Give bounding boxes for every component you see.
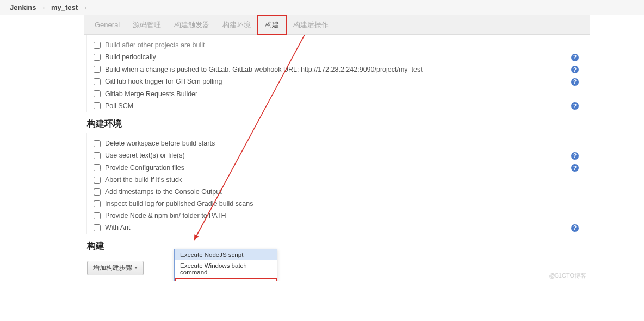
trigger-checkbox[interactable] [94,102,101,109]
env-row: Delete workspace before build starts [90,137,586,149]
env-checkbox[interactable] [94,177,101,184]
chevron-right-icon: › [84,3,86,11]
help-icon[interactable]: ? [571,54,579,61]
help-icon[interactable]: ? [571,102,579,110]
trigger-row: Build when a change is pushed to GitLab.… [90,64,586,76]
env-row: Provide Configuration files? [90,162,586,174]
trigger-row: Build after other projects are built [90,39,586,51]
help-icon[interactable]: ? [571,164,579,172]
env-label: Use secret text(s) or file(s) [105,152,567,159]
env-label: Add timestamps to the Console Output [105,188,567,196]
trigger-label: GitHub hook trigger for GITScm polling [105,78,567,85]
env-label: Provide Configuration files [105,164,567,172]
breadcrumb-root[interactable]: Jenkins [10,3,36,11]
env-checkbox[interactable] [94,224,101,231]
add-build-step-label: 增加构建步骤 [93,263,132,273]
trigger-label: Poll SCM [105,102,567,110]
trigger-checkbox[interactable] [94,90,101,97]
build-step-dropdown[interactable]: Execute NodeJS scriptExecute Windows bat… [174,249,277,281]
tab-triggers[interactable]: 构建触发器 [168,15,216,35]
help-icon[interactable]: ? [571,224,579,232]
env-checkbox[interactable] [94,200,101,207]
trigger-checkbox[interactable] [94,42,101,49]
env-row: Add timestamps to the Console Output [90,186,586,198]
tab-env[interactable]: 构建环境 [216,15,257,35]
add-build-step-button[interactable]: 增加构建步骤 [87,261,144,275]
dropdown-item[interactable]: Execute NodeJS script [175,249,277,260]
trigger-row: Gitlab Merge Requests Builder [90,88,586,100]
help-icon[interactable]: ? [571,152,579,160]
watermark: @51CTO博客 [549,272,586,280]
dropdown-item[interactable]: Execute Windows batch command [175,260,277,278]
build-section: 增加构建步骤 [84,255,590,281]
trigger-row: Poll SCM? [90,100,586,112]
left-gutter [0,15,84,281]
trigger-label: Build when a change is pushed to GitLab.… [105,66,567,73]
env-checkbox[interactable] [94,152,101,159]
trigger-checkbox[interactable] [94,78,101,85]
env-label: With Ant [105,224,567,231]
env-row: With Ant? [90,222,586,234]
trigger-label: Gitlab Merge Requests Builder [105,90,567,98]
dropdown-item[interactable]: Execute shell [175,278,277,281]
trigger-row: Build periodically? [90,51,586,64]
tab-general[interactable]: General [88,15,126,35]
env-checkbox[interactable] [94,188,101,196]
trigger-label: Build after other projects are built [105,41,567,49]
chevron-right-icon: › [42,3,45,11]
env-label: Inspect build log for published Gradle b… [105,200,567,207]
build-heading: 构建 [84,234,590,255]
triggers-section: Build after other projects are builtBuil… [86,35,590,112]
help-icon[interactable]: ? [571,66,579,73]
env-heading: 构建环境 [84,112,590,133]
trigger-checkbox[interactable] [94,54,101,61]
env-row: Provide Node & npm bin/ folder to PATH [90,210,586,222]
env-label: Delete workspace before build starts [105,140,567,147]
tab-scm[interactable]: 源码管理 [126,15,168,35]
help-icon[interactable]: ? [571,78,579,86]
env-checkbox[interactable] [94,140,101,147]
tab-post[interactable]: 构建后操作 [287,15,335,35]
env-section: Delete workspace before build startsUse … [86,133,590,234]
tab-build[interactable]: 构建 [257,15,287,35]
breadcrumb-project[interactable]: my_test [51,3,78,11]
trigger-row: GitHub hook trigger for GITScm polling? [90,75,586,88]
trigger-label: Build periodically [105,53,567,61]
config-tabs: General 源码管理 构建触发器 构建环境 构建 构建后操作 [84,15,590,35]
breadcrumb: Jenkins › my_test › [0,0,644,15]
env-row: Use secret text(s) or file(s)? [90,149,586,162]
env-checkbox[interactable] [94,164,101,171]
env-row: Abort the build if it's stuck [90,174,586,186]
env-checkbox[interactable] [94,212,101,219]
trigger-checkbox[interactable] [94,66,101,73]
caret-down-icon [134,267,138,269]
env-row: Inspect build log for published Gradle b… [90,198,586,210]
env-label: Abort the build if it's stuck [105,176,567,184]
env-label: Provide Node & npm bin/ folder to PATH [105,212,567,219]
